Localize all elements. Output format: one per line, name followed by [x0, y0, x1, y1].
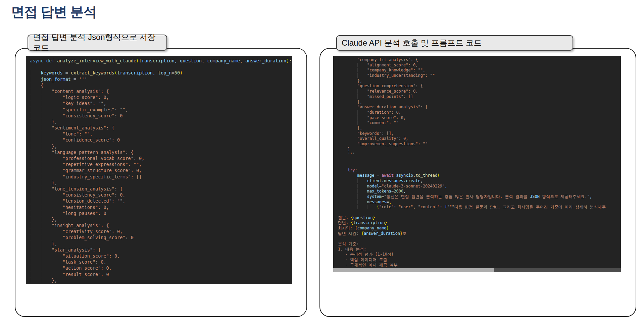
code-line: "alignment_score": 0,: [338, 63, 621, 68]
code-line: messages=[: [338, 200, 621, 205]
code-line: "industry_specific_terms": []: [30, 174, 292, 180]
code-line: "pace_score": 0,: [338, 115, 621, 121]
code-line: "consistency_score": 0: [30, 113, 292, 119]
code-line: "duration": 0,: [338, 110, 621, 115]
page-title: 면접 답변 분석: [11, 3, 96, 21]
code-line: ''': [338, 152, 621, 157]
code-line: 답변 시간: {answer_duration}초: [338, 231, 621, 236]
code-line: "tone": "",: [30, 131, 292, 137]
code-line: "sentiment_analysis": {: [30, 125, 292, 131]
code-line: keywords = extract_keywords(transcriptio…: [30, 70, 292, 76]
code-line: [338, 210, 621, 215]
code-line: },: [30, 241, 292, 247]
right-panel-label: Claude API 분석 호출 및 프롬프트 코드: [336, 35, 573, 51]
code-line: - 핵심 아이디어 도출: [338, 257, 621, 263]
code-line: model="claude-3-sonnet-20240229",: [338, 184, 621, 189]
code-line: "star_analysis": {: [30, 247, 292, 253]
code-line: 답변: {transcription}: [338, 220, 621, 226]
code-line: },: [338, 126, 621, 131]
code-line: "task_score": 0,: [30, 259, 292, 265]
code-line: {"role": "user", "content": f"""다음 면접 질문…: [338, 205, 621, 210]
horizontal-scrollbar[interactable]: [333, 268, 621, 272]
code-line: 분석 기준:: [338, 241, 621, 247]
code-line: "language_pattern_analysis": {: [30, 149, 292, 155]
code-line: "tone_tension_analysis": {: [30, 186, 292, 192]
code-line: [30, 64, 292, 70]
code-line: },: [30, 143, 292, 149]
code-line: "improvement_suggestions": "": [338, 142, 621, 147]
code-line: },: [338, 100, 621, 105]
code-line: [338, 163, 621, 168]
code-line: "confidence_score": 0: [30, 137, 292, 143]
left-panel-label-text: 면접 답변 분석 Json형식으로 저장 코드: [33, 32, 162, 53]
code-line: },: [30, 277, 292, 283]
code-line: "repetitive_expressions": "",: [30, 161, 292, 167]
code-line: "specific_examples": "",: [30, 107, 292, 113]
right-panel-label-text: Claude API 분석 호출 및 프롬프트 코드: [342, 38, 482, 48]
code-line: [338, 157, 621, 163]
code-line: "insight_analysis": {: [30, 222, 292, 228]
code-line: "problem_solving_score": 0: [30, 234, 292, 240]
code-line: "professional_vocab_score": 0,: [30, 155, 292, 161]
code-line: "action_score": 0,: [30, 265, 292, 271]
code-line: try:: [338, 168, 621, 173]
code-line: "company_fit_analysis": {: [338, 57, 621, 63]
code-line: },: [30, 180, 292, 186]
code-line: "tension_detected": "",: [30, 198, 292, 204]
code-line: "industry_understanding": "": [338, 73, 621, 78]
code-line: },: [30, 119, 292, 125]
code-line: - 구체적인 예시 제공 여부: [338, 263, 621, 268]
left-code-screenshot: async def analyze_interview_with_claude(…: [26, 56, 292, 284]
code-line: json_format = ''': [30, 76, 292, 82]
code-line: "long_pauses": 0: [30, 210, 292, 216]
code-line: "missed_points": []: [338, 94, 621, 100]
code-line: "company_knowledge": "",: [338, 68, 621, 73]
right-code-screenshot: "company_fit_analysis": { "alignment_sco…: [333, 56, 621, 272]
code-line: client.messages.create,: [338, 178, 621, 184]
code-line: "key_ideas": "",: [30, 100, 292, 106]
code-line: "keywords": [],: [338, 131, 621, 137]
code-line: "creativity_score": 0,: [30, 228, 292, 234]
code-line: async def analyze_interview_with_claude(…: [30, 58, 292, 64]
code-line: "comment": "": [338, 120, 621, 126]
code-line: 질문: {question}: [338, 215, 621, 221]
left-panel-label: 면접 답변 분석 Json형식으로 저장 코드: [28, 35, 167, 51]
code-line: },: [30, 216, 292, 222]
code-line: "content_analysis": {: [30, 88, 292, 94]
code-line: message = await asyncio.to_thread(: [338, 173, 621, 178]
code-line: {: [30, 82, 292, 88]
code-line: "situation_score": 0,: [30, 253, 292, 259]
code-line: - 논리성 평가 (1-10점): [338, 252, 621, 257]
code-line: system="당신은 면접 답변을 분석하는 경험 많은 인사 담당자입니다.…: [338, 194, 621, 200]
code-line: "relevance_score": 0,: [338, 89, 621, 94]
code-line: },: [338, 78, 621, 84]
code-line: "result_score": 0: [30, 271, 292, 277]
code-line: "logic_score": 0,: [30, 94, 292, 100]
code-line: 회사명: {company_name}: [338, 226, 621, 231]
code-line: }: [338, 147, 621, 152]
horizontal-scrollbar-thumb[interactable]: [333, 268, 494, 272]
code-line: [338, 236, 621, 241]
code-line: max_tokens=2000,: [338, 189, 621, 194]
code-line: "grammar_structure_score": 0,: [30, 167, 292, 173]
code-line: 1. 내용 분석:: [338, 247, 621, 252]
code-line: "overall_quality": 0,: [338, 136, 621, 142]
code-line: "answer_duration_analysis": {: [338, 105, 621, 110]
code-line: "question_comprehension": {: [338, 84, 621, 89]
code-line: "consistency_score": 0,: [30, 192, 292, 198]
code-line: "hesitations": 0,: [30, 204, 292, 210]
